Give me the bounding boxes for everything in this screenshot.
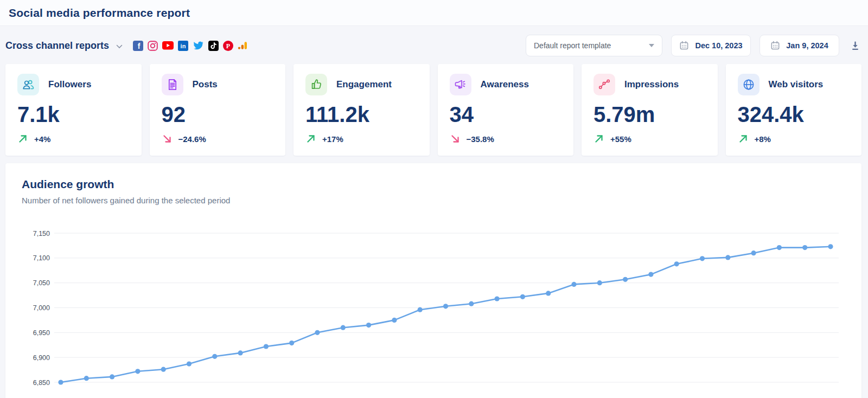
kpi-card-impressions: Impressions 5.79m +55% [582, 64, 718, 156]
download-button[interactable] [849, 40, 861, 52]
globe-icon [738, 74, 760, 95]
twitter-icon[interactable] [193, 41, 204, 50]
google-analytics-icon[interactable] [238, 41, 247, 50]
data-point[interactable] [469, 301, 474, 306]
data-point[interactable] [648, 272, 653, 277]
data-point[interactable] [443, 304, 448, 309]
kpi-card-engagement: Engagement 111.2k +17% [293, 64, 430, 156]
y-axis-tick-label: 6,850 [33, 379, 50, 387]
kpi-label: Followers [48, 79, 91, 90]
report-template-selected: Default report template [534, 41, 611, 50]
data-point[interactable] [392, 318, 397, 323]
data-point[interactable] [366, 323, 371, 328]
svg-text:in: in [181, 43, 186, 49]
svg-text:f: f [138, 42, 141, 50]
impressions-icon [593, 74, 615, 95]
data-point[interactable] [623, 277, 628, 282]
data-point[interactable] [238, 350, 243, 355]
trend-up-arrow-icon [593, 133, 604, 144]
trend-up-arrow-icon [738, 133, 749, 144]
data-point[interactable] [418, 307, 423, 312]
kpi-label: Web visitors [769, 79, 824, 90]
data-point[interactable] [725, 255, 730, 260]
data-point[interactable] [264, 344, 269, 349]
engagement-icon [305, 74, 327, 95]
toolbar: Cross channel reports f in [0, 26, 868, 64]
awareness-icon [450, 74, 471, 95]
audience-growth-line [61, 247, 831, 382]
youtube-icon[interactable] [162, 41, 174, 50]
data-point[interactable] [341, 325, 346, 330]
channel-icons: f in P [133, 41, 247, 51]
kpi-row: Followers 7.1k +4% Posts 92 −24.6% [0, 64, 868, 156]
kpi-card-followers: Followers 7.1k +4% [5, 64, 142, 156]
data-point[interactable] [700, 256, 705, 261]
data-point[interactable] [84, 376, 89, 381]
data-point[interactable] [597, 280, 602, 285]
kpi-delta-value: −35.8% [467, 134, 494, 144]
kpi-label: Engagement [336, 79, 392, 90]
data-point[interactable] [58, 380, 63, 384]
toolbar-controls: Default report template Dec 10, 2023 Jan… [526, 35, 861, 56]
date-start-picker[interactable]: Dec 10, 2023 [671, 35, 751, 56]
kpi-delta-value: +55% [610, 134, 631, 144]
date-start-value: Dec 10, 2023 [695, 41, 742, 50]
posts-icon [162, 74, 183, 95]
y-axis-tick-label: 6,950 [33, 329, 50, 337]
data-point[interactable] [110, 374, 114, 379]
kpi-label: Posts [193, 79, 218, 90]
instagram-icon[interactable] [148, 41, 158, 51]
y-axis-tick-label: 7,100 [33, 254, 50, 262]
chart-title: Audience growth [22, 176, 845, 192]
kpi-delta-value: +17% [322, 134, 343, 144]
kpi-card-awareness: Awareness 34 −35.8% [438, 64, 574, 156]
trend-up-arrow-icon [305, 133, 316, 144]
data-point[interactable] [777, 245, 782, 250]
page-title: Social media performance report [9, 7, 190, 20]
report-template-dropdown[interactable]: Default report template [526, 35, 662, 56]
trend-up-arrow-icon [17, 133, 28, 144]
kpi-card-posts: Posts 92 −24.6% [150, 64, 286, 156]
data-point[interactable] [161, 367, 166, 372]
data-point[interactable] [289, 341, 294, 345]
kpi-delta-value: +8% [755, 134, 771, 144]
kpi-label: Impressions [624, 79, 679, 90]
download-icon [850, 41, 860, 51]
data-point[interactable] [674, 261, 679, 266]
y-axis-tick-label: 7,150 [33, 230, 50, 237]
y-axis-tick-label: 6,900 [33, 354, 50, 362]
y-axis-tick-label: 7,050 [33, 279, 50, 287]
facebook-icon[interactable]: f [133, 41, 143, 51]
calendar-icon [679, 41, 689, 50]
data-point[interactable] [828, 244, 833, 249]
kpi-label: Awareness [481, 79, 529, 90]
date-end-picker[interactable]: Jan 9, 2024 [760, 35, 839, 56]
svg-text:P: P [226, 42, 230, 50]
kpi-value: 7.1k [17, 103, 130, 126]
trend-down-arrow-icon [162, 133, 173, 144]
data-point[interactable] [520, 294, 525, 299]
chevron-down-icon[interactable] [116, 44, 123, 49]
chart-subtitle: Number of net followers gained during th… [22, 195, 845, 207]
tiktok-icon[interactable] [208, 41, 219, 51]
data-point[interactable] [315, 330, 320, 335]
data-point[interactable] [571, 282, 576, 287]
data-point[interactable] [212, 354, 217, 359]
data-point[interactable] [135, 369, 140, 374]
linkedin-icon[interactable]: in [178, 41, 188, 51]
data-point[interactable] [546, 291, 551, 296]
kpi-value: 111.2k [305, 103, 418, 126]
pinterest-icon[interactable]: P [223, 41, 233, 51]
dropdown-caret-icon [649, 44, 654, 47]
report-picker-label: Cross channel reports [5, 40, 109, 52]
data-point[interactable] [751, 251, 756, 255]
data-point[interactable] [495, 296, 500, 301]
data-point[interactable] [802, 245, 807, 250]
date-end-value: Jan 9, 2024 [786, 41, 828, 50]
audience-growth-card: Audience growth Number of net followers … [5, 163, 861, 398]
audience-growth-chart[interactable]: 7,1507,1007,0507,0006,9506,9006,850 [22, 223, 839, 392]
data-point[interactable] [187, 362, 192, 367]
report-picker[interactable]: Cross channel reports f in [5, 40, 247, 52]
top-title-bar: Social media performance report [0, 0, 868, 26]
calendar-icon [770, 41, 780, 50]
